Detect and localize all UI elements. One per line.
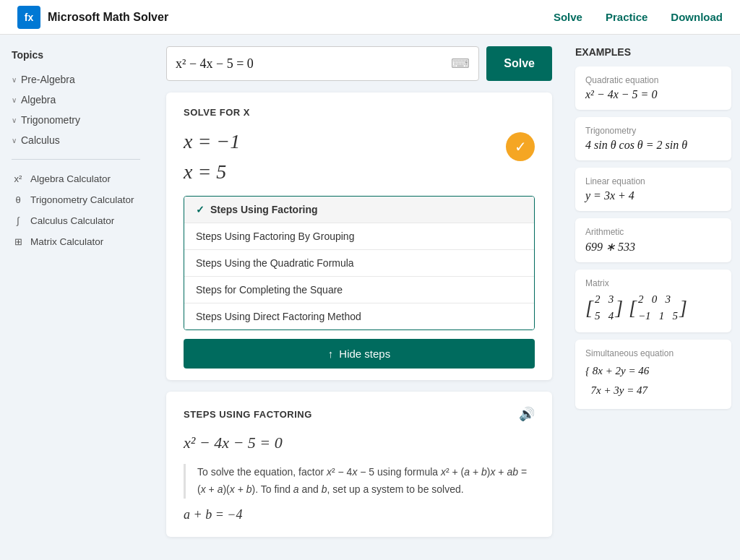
steps-explanation-text: To solve the equation, factor x² − 4x − …: [197, 466, 527, 495]
steps-selector: ✓ Steps Using Factoring Steps Using Fact…: [184, 196, 535, 330]
example-simultaneous[interactable]: Simultaneous equation { 8x + 2y = 46 7x …: [575, 340, 731, 409]
steps-header: STEPS USING FACTORING 🔊: [184, 406, 535, 422]
step-option-label: Steps Using the Quadratic Formula: [196, 257, 354, 269]
right-panel: EXAMPLES Quadratic equation x² − 4x − 5 …: [567, 35, 740, 560]
step-option-label: Steps Using Factoring By Grouping: [196, 231, 354, 242]
sidebar-item-label: Trigonometry: [21, 114, 80, 126]
example-arithmetic[interactable]: Arithmetic 699 ∗ 533: [575, 218, 731, 262]
trig-icon: θ: [12, 194, 25, 205]
math-input-wrapper: ⌨: [166, 46, 479, 81]
chevron-icon: ∨: [12, 76, 17, 84]
sidebar-item-label: Algebra: [21, 94, 56, 105]
chevron-icon: ∨: [12, 137, 17, 145]
header: fx Microsoft Math Solver Solve Practice …: [0, 0, 740, 35]
steps-title: STEPS USING FACTORING: [184, 409, 312, 420]
example-math: 699 ∗ 533: [585, 240, 721, 254]
input-bar: ⌨ Solve: [166, 46, 552, 81]
solve-label: SOLVE FOR X: [184, 107, 535, 118]
sidebar-item-label: Calculus: [21, 134, 60, 146]
sidebar-item-label: Pre-Algebra: [21, 74, 75, 85]
example-trigonometry[interactable]: Trigonometry 4 sin θ cos θ = 2 sin θ: [575, 117, 731, 160]
solve-button[interactable]: Solve: [486, 46, 552, 81]
example-math: [ 2 3 5 4 ] [ 2 0 3 −1 1 5 ]: [585, 291, 687, 324]
hide-steps-label: Hide steps: [339, 348, 390, 360]
sidebar-item-algebra[interactable]: ∨ Algebra: [12, 90, 140, 110]
steps-equation: x² − 4x − 5 = 0: [184, 434, 535, 452]
algebra-icon: x²: [12, 173, 25, 184]
examples-title: EXAMPLES: [575, 46, 731, 58]
sidebar-divider: [12, 159, 140, 160]
audio-icon[interactable]: 🔊: [519, 406, 535, 422]
sidebar-calc-label: Algebra Calculator: [30, 173, 111, 184]
example-linear[interactable]: Linear equation y = 3x + 4: [575, 168, 731, 211]
sidebar-item-pre-algebra[interactable]: ∨ Pre-Algebra: [12, 69, 140, 90]
chevron-icon: ∨: [12, 116, 17, 124]
keyboard-icon[interactable]: ⌨: [451, 56, 470, 72]
example-label: Matrix: [585, 278, 721, 288]
nav-download[interactable]: Download: [671, 11, 723, 23]
step-option-direct[interactable]: Steps Using Direct Factoring Method: [184, 303, 534, 329]
sidebar-calc-label: Matrix Calculator: [30, 236, 103, 247]
header-nav: Solve Practice Download: [554, 11, 723, 23]
example-label: Trigonometry: [585, 126, 721, 136]
app-logo: fx: [17, 6, 40, 29]
active-check-icon: ✓: [196, 204, 205, 215]
sidebar-item-trigonometry[interactable]: ∨ Trigonometry: [12, 110, 140, 130]
example-label: Linear equation: [585, 176, 721, 186]
sidebar-item-calculus[interactable]: ∨ Calculus: [12, 130, 140, 150]
example-quadratic[interactable]: Quadratic equation x² − 4x − 5 = 0: [575, 66, 731, 110]
step-option-label: Steps Using Factoring: [210, 204, 318, 215]
example-math: y = 3x + 4: [585, 189, 721, 202]
step-option-quadratic[interactable]: Steps Using the Quadratic Formula: [184, 250, 534, 277]
sidebar-calc-algebra[interactable]: x² Algebra Calculator: [12, 168, 140, 189]
example-label: Simultaneous equation: [585, 348, 721, 358]
calculus-icon: ∫: [12, 215, 25, 226]
example-math: x² − 4x − 5 = 0: [585, 88, 721, 101]
chevron-icon: ∨: [12, 96, 17, 104]
header-left: fx Microsoft Math Solver: [17, 6, 168, 29]
steps-section: STEPS USING FACTORING 🔊 x² − 4x − 5 = 0 …: [166, 392, 552, 537]
example-label: Arithmetic: [585, 227, 721, 237]
solution-math-block: x = −1 x = 5: [184, 126, 240, 187]
example-matrix[interactable]: Matrix [ 2 3 5 4 ] [ 2 0 3 −1 1 5: [575, 270, 731, 332]
sidebar-calc-label: Trigonometry Calculator: [30, 194, 134, 205]
example-math: { 8x + 2y = 46 7x + 3y = 47: [585, 361, 721, 400]
sidebar: Topics ∨ Pre-Algebra ∨ Algebra ∨ Trigono…: [0, 35, 152, 560]
hide-steps-button[interactable]: ↑ Hide steps: [184, 339, 535, 369]
math-input[interactable]: [176, 56, 451, 72]
nav-practice[interactable]: Practice: [606, 11, 648, 23]
nav-solve[interactable]: Solve: [554, 11, 582, 23]
main-content: ⌨ Solve SOLVE FOR X x = −1 x = 5 ✓ ✓ Ste…: [152, 35, 567, 560]
solution-card: SOLVE FOR X x = −1 x = 5 ✓ ✓ Steps Using…: [166, 92, 552, 380]
sidebar-title: Topics: [12, 49, 140, 61]
matrix-icon: ⊞: [12, 236, 25, 247]
steps-sub-equation: a + b = −4: [184, 507, 535, 522]
step-option-label: Steps for Completing the Square: [196, 284, 343, 296]
example-label: Quadratic equation: [585, 75, 721, 85]
step-option-factoring[interactable]: ✓ Steps Using Factoring: [184, 197, 534, 223]
layout: Topics ∨ Pre-Algebra ∨ Algebra ∨ Trigono…: [0, 35, 740, 560]
sidebar-calc-label: Calculus Calculator: [30, 215, 114, 226]
step-option-grouping[interactable]: Steps Using Factoring By Grouping: [184, 223, 534, 250]
step-option-completing[interactable]: Steps for Completing the Square: [184, 277, 534, 303]
up-arrow-icon: ↑: [328, 348, 334, 360]
example-math: 4 sin θ cos θ = 2 sin θ: [585, 139, 721, 152]
sidebar-calc-calculus[interactable]: ∫ Calculus Calculator: [12, 210, 140, 231]
solution-x2: x = 5: [184, 157, 240, 187]
solution-values: x = −1 x = 5 ✓: [184, 126, 535, 187]
app-title: Microsoft Math Solver: [48, 11, 168, 24]
solution-x1: x = −1: [184, 126, 240, 157]
steps-explanation: To solve the equation, factor x² − 4x − …: [184, 464, 535, 499]
step-option-label: Steps Using Direct Factoring Method: [196, 311, 361, 322]
check-badge: ✓: [506, 132, 535, 161]
sidebar-calc-matrix[interactable]: ⊞ Matrix Calculator: [12, 231, 140, 252]
sidebar-calc-trig[interactable]: θ Trigonometry Calculator: [12, 189, 140, 210]
